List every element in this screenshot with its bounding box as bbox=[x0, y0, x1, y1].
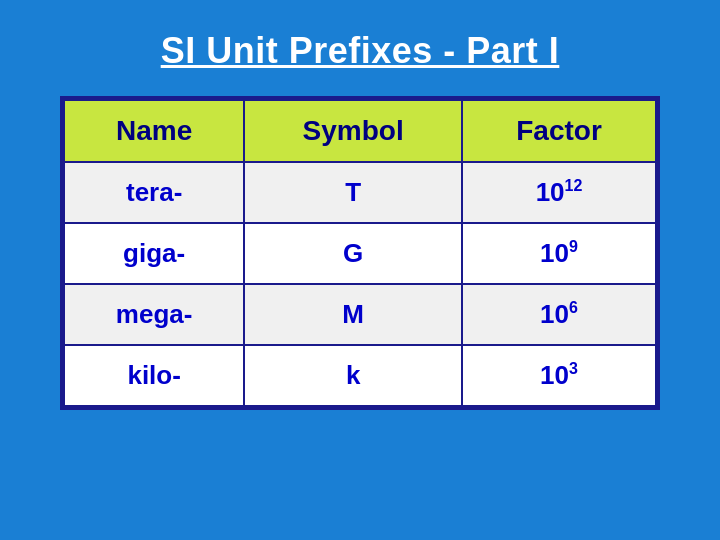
table-row: mega-M106 bbox=[64, 284, 656, 345]
table-header-row: Name Symbol Factor bbox=[64, 100, 656, 162]
cell-symbol: G bbox=[244, 223, 462, 284]
cell-symbol: k bbox=[244, 345, 462, 406]
cell-symbol: T bbox=[244, 162, 462, 223]
cell-name: mega- bbox=[64, 284, 244, 345]
cell-name: giga- bbox=[64, 223, 244, 284]
header-factor: Factor bbox=[462, 100, 656, 162]
cell-factor: 103 bbox=[462, 345, 656, 406]
cell-factor: 109 bbox=[462, 223, 656, 284]
cell-symbol: M bbox=[244, 284, 462, 345]
header-symbol: Symbol bbox=[244, 100, 462, 162]
table-row: giga-G109 bbox=[64, 223, 656, 284]
header-name: Name bbox=[64, 100, 244, 162]
table-row: tera-T1012 bbox=[64, 162, 656, 223]
si-prefixes-table: Name Symbol Factor tera-T1012giga-G109me… bbox=[60, 96, 660, 410]
cell-name: tera- bbox=[64, 162, 244, 223]
cell-factor: 106 bbox=[462, 284, 656, 345]
table-row: kilo-k103 bbox=[64, 345, 656, 406]
cell-name: kilo- bbox=[64, 345, 244, 406]
page-title: SI Unit Prefixes - Part I bbox=[161, 30, 560, 72]
cell-factor: 1012 bbox=[462, 162, 656, 223]
